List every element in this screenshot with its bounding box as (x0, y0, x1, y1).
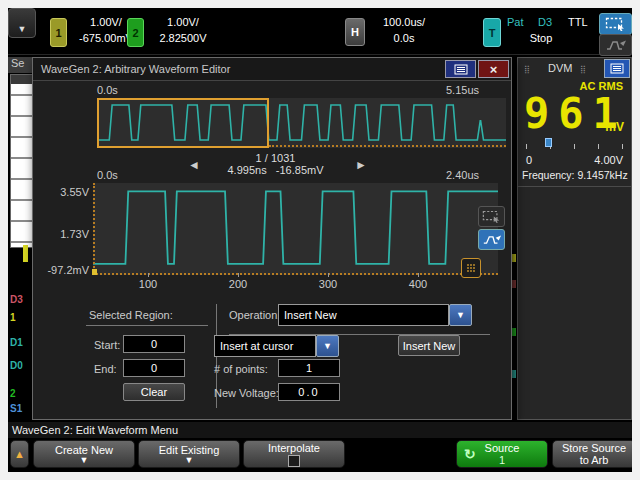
channel1-trace-sliver (23, 245, 28, 262)
points-label: # of points: (214, 363, 268, 375)
y-axis-label-mid: 1.73V (33, 228, 89, 240)
new-voltage-input[interactable] (278, 383, 340, 401)
y-axis-label-bottom: -97.2mV (33, 264, 89, 276)
dvm-scale-min: 0 (526, 154, 532, 166)
selection-rect-icon (605, 17, 626, 31)
dialog-menu-button[interactable] (445, 60, 476, 78)
scale-tick (526, 144, 527, 149)
softkey-label-line2: to Arb (580, 454, 609, 466)
editor-origin-marker (92, 269, 97, 275)
dropdown-arrow-icon[interactable]: ▼ (449, 304, 472, 326)
editor-bottom-dotted-axis (93, 273, 498, 275)
background-left-panel-label: Se (8, 57, 33, 73)
waveform-edit-icon (605, 39, 627, 52)
points-input[interactable] (278, 359, 340, 377)
waveform-edit-icon (482, 234, 502, 246)
top-toolbar: ▼ 1 1.00V/ -675.00mV 2 1.00V/ 2.82500V H… (8, 8, 632, 55)
softkey-source[interactable]: ↻ Source 1 (456, 440, 548, 468)
background-list-column (10, 74, 34, 248)
draw-waveform-tool-button[interactable] (478, 229, 505, 250)
x-tick-mark (418, 273, 419, 277)
overview-selection-rect[interactable] (97, 98, 269, 148)
x-tick-label: 400 (403, 278, 433, 290)
channel2-offset[interactable]: 2.82500V (147, 32, 219, 45)
cursor-time: 4.995ns (227, 164, 266, 176)
dvm-panel: ⣿ DVM ⣿ AC RMS 961 mV (518, 58, 631, 187)
corner-select-tool-button[interactable] (599, 13, 632, 35)
dvm-unit: mV (605, 120, 624, 134)
editor-waveform (93, 183, 498, 275)
dvm-scale-max: 4.00V (594, 154, 623, 166)
dvm-menu-button[interactable] (604, 59, 630, 78)
dvm-frequency-value: 9.1457kHz (577, 169, 627, 181)
operation-dropdown[interactable]: Insert New ▼ (278, 304, 472, 326)
trigger-level[interactable]: TTL (568, 16, 588, 29)
cursor-drag-handle[interactable] (461, 258, 481, 278)
insert-new-button[interactable]: Insert New (398, 335, 460, 356)
menu-list-icon (454, 64, 468, 75)
status-bar: WaveGen 2: Edit Waveform Menu (8, 422, 632, 438)
softkey-store-source[interactable]: Store Source to Arb (552, 440, 632, 468)
select-region-tool-button[interactable] (478, 206, 505, 227)
overview-baseline-dotted (269, 145, 506, 147)
channel2-scale[interactable]: 1.00V/ (147, 16, 219, 29)
grid-dots-icon (466, 263, 476, 273)
softkey-label: Store Source (562, 442, 626, 454)
softkey-label: Create New (55, 444, 113, 456)
cursor-readout: 4.995ns -16.85mV (173, 164, 378, 176)
insert-mode-dropdown[interactable]: Insert at cursor ▼ (214, 335, 339, 357)
scale-tick (622, 144, 623, 149)
softkey-create-new[interactable]: Create New ▼ (33, 440, 135, 468)
menu-list-icon (610, 63, 624, 74)
softkey-interpolate[interactable]: Interpolate (243, 440, 345, 468)
softkey-back-up[interactable]: ▲ (10, 440, 29, 468)
dvm-frequency-label: Frequency: (522, 169, 575, 181)
toolbar-menu-button[interactable]: ▼ (8, 8, 36, 38)
grip-dots-right-icon: ⣿ (580, 65, 587, 74)
insert-mode-value: Insert at cursor (214, 335, 316, 357)
horizontal-scale[interactable]: 100.0us/ (368, 16, 440, 29)
scale-tick (598, 144, 599, 149)
cursor-voltage: -16.85mV (276, 164, 324, 176)
selected-region-label: Selected Region: (89, 309, 173, 321)
channel1-badge[interactable]: 1 (50, 18, 67, 47)
acquisition-status: Stop (516, 32, 566, 45)
corner-waveform-tool-button[interactable] (599, 34, 632, 56)
overview-end-time: 5.15us (446, 84, 479, 96)
overview-start-time: 0.0s (97, 84, 118, 96)
horizontal-badge[interactable]: H (345, 18, 365, 46)
editor-end-time: 2.40us (446, 169, 479, 181)
dialog-title: WaveGen 2: Arbitrary Waveform Editor (33, 63, 445, 75)
dialog-close-button[interactable]: × (478, 60, 509, 78)
dialog-titlebar[interactable]: WaveGen 2: Arbitrary Waveform Editor × (33, 58, 511, 81)
x-tick-mark (148, 273, 149, 277)
softkey-label: Interpolate (268, 442, 320, 454)
trigger-bit[interactable]: D3 (538, 16, 552, 29)
end-input[interactable] (123, 359, 185, 377)
editor-plot[interactable] (93, 183, 498, 275)
interpolate-checkbox[interactable] (288, 455, 300, 467)
trigger-source[interactable]: Pat (507, 16, 524, 29)
horizontal-delay[interactable]: 0.0s (368, 32, 440, 45)
editor-start-time: 0.0s (97, 169, 118, 181)
wavegen-editor-dialog: WaveGen 2: Arbitrary Waveform Editor × 0… (32, 57, 512, 420)
channel2-badge[interactable]: 2 (127, 18, 144, 47)
dvm-sidebar: ⣿ DVM ⣿ AC RMS 961 mV (517, 57, 632, 420)
new-voltage-label: New Voltage: (214, 387, 279, 399)
x-tick-mark (328, 273, 329, 277)
source-value: 1 (499, 454, 505, 466)
clear-button[interactable]: Clear (123, 383, 185, 401)
down-arrow-icon: ▼ (80, 456, 89, 465)
dvm-scale-bar (526, 142, 624, 154)
x-tick-mark (238, 273, 239, 277)
scope-screen: ▼ 1 1.00V/ -675.00mV 2 1.00V/ 2.82500V H… (8, 8, 632, 472)
y-axis-label-top: 3.55V (33, 186, 89, 198)
menu-arrow-icon: ▼ (18, 24, 27, 34)
softkey-edit-existing[interactable]: Edit Existing ▼ (138, 440, 240, 468)
next-page-button[interactable]: ► (355, 158, 367, 172)
channel-marker-D0: D0 (10, 360, 23, 371)
divider (86, 325, 208, 326)
start-input[interactable] (123, 335, 185, 353)
trigger-badge[interactable]: T (483, 18, 501, 47)
dropdown-arrow-icon[interactable]: ▼ (316, 335, 339, 357)
